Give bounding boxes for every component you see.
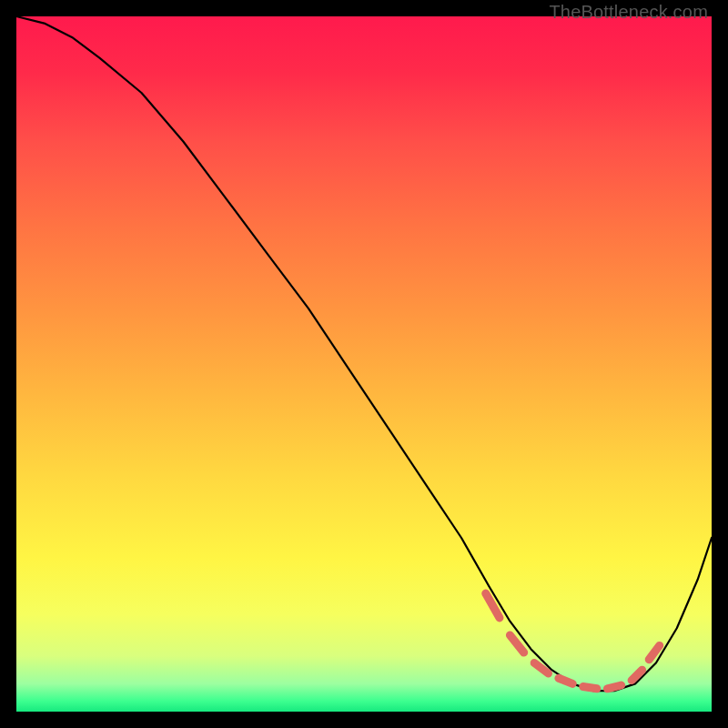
highlight-dash — [649, 645, 660, 659]
highlight-dash — [486, 593, 500, 618]
chart-frame: TheBottleneck.com — [0, 0, 728, 728]
chart-svg — [16, 16, 712, 712]
highlight-dash — [583, 687, 597, 689]
watermark-text: TheBottleneck.com — [549, 2, 708, 23]
curve-line — [16, 16, 712, 691]
chart-plot-area — [16, 16, 712, 712]
highlight-dash — [559, 678, 572, 683]
highlight-dashes — [486, 593, 660, 689]
highlight-dash — [607, 685, 621, 689]
